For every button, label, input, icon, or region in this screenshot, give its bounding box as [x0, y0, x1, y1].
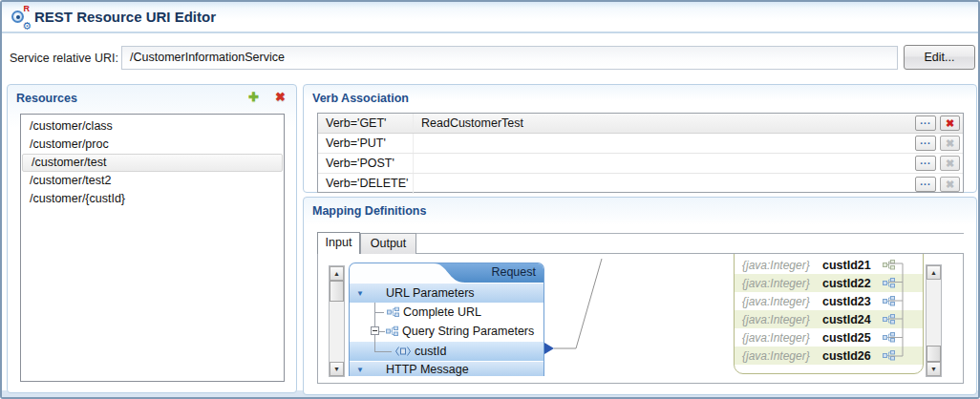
request-tree-header: Request	[350, 263, 543, 283]
title-bar: ⚙ R REST Resource URI Editor	[2, 2, 978, 33]
service-relative-uri-label: Service relative URI:	[10, 52, 118, 65]
collapse-toggle-icon[interactable]	[371, 326, 379, 335]
tree-branch-line	[374, 351, 392, 352]
service-relative-uri-value: /CustomerInformationService	[130, 51, 285, 64]
tab-input[interactable]: Input	[317, 232, 360, 254]
target-type-label: {java:Integer}	[735, 277, 822, 290]
clear-verb-button-disabled: ✖	[940, 156, 960, 171]
browse-process-button[interactable]: ...	[915, 156, 936, 171]
browse-process-button[interactable]: ...	[915, 136, 936, 151]
target-name: custId26	[822, 349, 871, 363]
tree-node-label: Complete URL	[403, 305, 481, 319]
collapse-arrow-icon[interactable]: ▼	[356, 289, 364, 298]
scroll-down-button[interactable]: ▼	[330, 362, 344, 376]
rest-resource-uri-editor-dialog: ⚙ R REST Resource URI Editor Service rel…	[0, 0, 980, 399]
resource-item[interactable]: /customer/{custId}	[21, 190, 284, 208]
tree-node-label: Query String Parameters	[402, 325, 534, 338]
resource-item[interactable]: /customer/class	[21, 117, 284, 136]
gear-icon: ⚙	[22, 21, 32, 32]
mapping-definitions-title: Mapping Definitions	[312, 204, 426, 218]
structure-icon	[883, 350, 895, 361]
target-row[interactable]: {java:Integer} custId25	[735, 328, 923, 346]
tree-node-complete-url[interactable]: Complete URL	[350, 303, 543, 322]
resources-list[interactable]: /customer/class /customer/proc /customer…	[20, 114, 285, 382]
target-type-label: {java:Integer}	[735, 313, 822, 326]
scroll-up-button[interactable]: ▲	[330, 266, 344, 281]
verb-row-post[interactable]: Verb='POST' ... ✖	[318, 154, 963, 174]
resource-item-selected[interactable]: /customer/test	[22, 154, 283, 172]
target-row[interactable]: {java:Integer} custId24	[735, 310, 923, 328]
clear-verb-button-disabled: ✖	[940, 136, 960, 151]
dialog-title: REST Resource URI Editor	[34, 9, 216, 25]
target-type-label: {java:Integer}	[735, 259, 822, 272]
verb-row-delete[interactable]: Verb='DELETE' ... ✖	[318, 174, 963, 194]
browse-process-button[interactable]: ...	[915, 177, 936, 192]
target-row[interactable]: {java:Integer} custId22	[735, 274, 923, 292]
add-resource-icon[interactable]: ✚	[248, 90, 259, 105]
request-tree: Request ▼ URL Parameters Complete URL	[349, 262, 544, 376]
tree-node-http-message[interactable]: ▼ HTTP Message	[350, 361, 543, 376]
target-name: custId24	[822, 313, 871, 326]
target-row[interactable]: {java:Integer} custId26	[735, 346, 923, 365]
resource-item[interactable]: /customer/test2	[21, 172, 284, 190]
scroll-down-button[interactable]: ▼	[927, 362, 941, 376]
target-name: custId22	[822, 277, 871, 290]
service-relative-uri-field[interactable]: /CustomerInformationService	[121, 46, 898, 70]
tree-node-label: HTTP Message	[386, 363, 469, 376]
mapping-wire	[554, 259, 602, 348]
target-vertical-scrollbar[interactable]: ▲ ▼	[926, 264, 942, 377]
mapping-anchor-icon[interactable]	[544, 343, 554, 354]
structure-icon	[386, 326, 398, 337]
structure-icon	[883, 260, 895, 270]
target-type-label: {java:Integer}	[735, 349, 822, 363]
mapping-definitions-panel: Mapping Definitions Input Output ▲ ▼ Req…	[303, 197, 977, 395]
tree-node-query-string-parameters[interactable]: Query String Parameters	[350, 322, 543, 341]
scrollbar-thumb[interactable]	[330, 281, 344, 302]
verb-process-name: ReadCustomerTest	[414, 116, 915, 130]
element-icon	[395, 346, 411, 357]
structure-icon	[883, 314, 895, 325]
verb-label: Verb='PUT'	[318, 134, 414, 153]
verb-table: Verb='GET' ReadCustomerTest ... ✖ Verb='…	[317, 113, 964, 193]
clear-verb-button-disabled: ✖	[940, 177, 960, 192]
structure-icon	[883, 278, 895, 288]
tab-output[interactable]: Output	[360, 233, 416, 254]
tree-node-url-parameters[interactable]: ▼ URL Parameters	[350, 283, 543, 303]
target-row[interactable]: {java:Integer} custId21	[735, 256, 923, 274]
verb-association-title: Verb Association	[312, 92, 409, 105]
verb-row-put[interactable]: Verb='PUT' ... ✖	[318, 134, 963, 154]
target-name: custId23	[822, 295, 871, 308]
verb-row-get[interactable]: Verb='GET' ReadCustomerTest ... ✖	[318, 114, 963, 134]
collapse-arrow-icon[interactable]: ▼	[356, 366, 364, 374]
target-name: custId25	[822, 331, 871, 345]
target-type-label: {java:Integer}	[735, 331, 822, 345]
structure-icon	[387, 307, 399, 318]
target-name: custId21	[822, 259, 871, 272]
scrollbar-thumb[interactable]	[927, 346, 941, 362]
delete-resource-icon[interactable]: ✖	[275, 90, 286, 105]
target-parameter-list: {java:Integer} custId21 {java:Integer} c…	[734, 253, 924, 374]
rest-r-badge: R	[24, 5, 31, 13]
tree-node-custid-selected[interactable]: custId	[350, 341, 543, 361]
scroll-up-button[interactable]: ▲	[927, 265, 941, 280]
structure-icon	[883, 296, 895, 306]
mapping-canvas: ▲ ▼ Request ▼ URL Parameters	[317, 253, 964, 384]
resource-item[interactable]: /customer/proc	[21, 136, 284, 154]
target-type-label: {java:Integer}	[735, 295, 822, 308]
target-row[interactable]: {java:Integer} custId23	[735, 292, 923, 310]
tree-node-label: custId	[415, 345, 446, 358]
verb-label: Verb='GET'	[318, 114, 414, 133]
tree-branch-line	[379, 331, 385, 332]
tree-node-label: URL Parameters	[386, 286, 475, 300]
globe-center-dot	[16, 15, 20, 19]
verb-label: Verb='POST'	[318, 154, 414, 173]
verb-label: Verb='DELETE'	[318, 174, 414, 194]
tree-vertical-scrollbar[interactable]: ▲ ▼	[329, 265, 345, 377]
clear-verb-button[interactable]: ✖	[940, 116, 960, 131]
browse-process-button[interactable]: ...	[915, 116, 936, 131]
structure-icon	[883, 332, 895, 343]
edit-button[interactable]: Edit...	[904, 45, 975, 70]
resources-panel: Resources ✚ ✖ /customer/class /customer/…	[7, 84, 297, 393]
request-header-label: Request	[491, 265, 536, 279]
resources-title: Resources	[16, 92, 77, 105]
